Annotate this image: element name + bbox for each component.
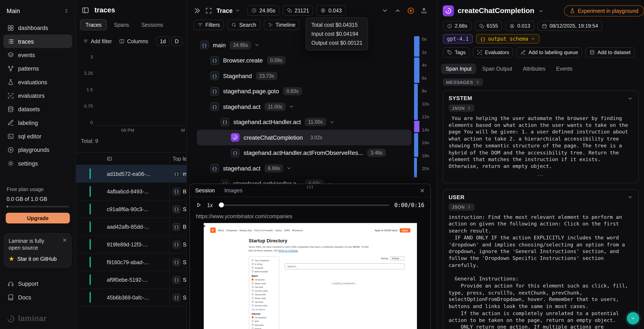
sidebar-item-docs[interactable]: Docs (3, 291, 72, 304)
yc-nav-link-companies[interactable]: Companies (226, 229, 237, 232)
action-button-evaluators[interactable]: Evaluators (473, 47, 513, 58)
toolbar-button-filters[interactable]: Filters (194, 20, 224, 30)
checkbox[interactable] (252, 286, 254, 288)
work-at-startup-link[interactable]: Work at a Startup. (278, 250, 298, 252)
share-icon[interactable] (421, 7, 427, 14)
tab-session[interactable]: Session (195, 188, 215, 194)
tab-events[interactable]: Events (552, 64, 577, 74)
yc-industry-option-education[interactable]: Education (252, 324, 276, 326)
slider-knob[interactable] (219, 202, 224, 208)
sidebar-item-labeling[interactable]: labeling (3, 116, 72, 129)
tab-attributes[interactable]: Attributes (518, 64, 550, 74)
yc-nav-link-resources[interactable]: Resources (292, 229, 303, 232)
panel-toggle-icon[interactable] (82, 7, 89, 14)
trace-row[interactable]: f9160c79-abad-... {} S (76, 254, 186, 271)
add-filter-button[interactable]: Add filter (80, 36, 115, 46)
upgrade-button[interactable]: Upgrade (6, 213, 70, 224)
span-row-main[interactable]: {} main 24.95s (197, 38, 412, 53)
yc-batch-option-fall-2025[interactable]: Fall 2025 (252, 286, 276, 288)
yc-batch-option-summer-2025[interactable]: Summer 2025 (252, 290, 276, 292)
sidebar-item-patterns[interactable]: patterns (3, 62, 72, 75)
play-icon[interactable] (196, 202, 202, 208)
chevron-down-icon[interactable] (538, 8, 544, 14)
toolbar-button-search[interactable]: Search (228, 20, 260, 30)
trace-row[interactable]: aad42afb-85dd-... {} B (76, 218, 186, 236)
trace-row[interactable]: 919fe89d-12f3-... {} S (76, 236, 186, 254)
scroll-to-bottom-button[interactable] (627, 312, 639, 324)
tab-span-output[interactable]: Span Output (478, 64, 517, 74)
chevron-down-icon[interactable] (627, 194, 633, 200)
date-range-button[interactable]: D (171, 36, 182, 46)
yc-filter-option-top-companies[interactable]: Top Companies (252, 259, 276, 262)
trace-row[interactable]: af9f0ebe-5192-... {} S (76, 271, 186, 289)
checkbox[interactable] (252, 316, 254, 318)
yc-batch-option-summer-2024[interactable]: Summer 2024 (252, 304, 276, 307)
checkbox[interactable] (252, 297, 254, 299)
checkbox[interactable] (252, 267, 254, 269)
sidebar-item-evaluations[interactable]: evaluations (3, 75, 72, 88)
yc-filter-option-nonprofit[interactable]: Nonprofit (252, 266, 276, 269)
format-select[interactable]: JSON (449, 203, 475, 211)
checkbox[interactable] (252, 304, 254, 306)
checkbox[interactable] (252, 259, 254, 261)
checkbox[interactable] (252, 320, 254, 322)
yc-nav-link-safe[interactable]: SAFE (284, 229, 290, 232)
checkbox[interactable] (252, 324, 254, 326)
expand-icon[interactable] (254, 42, 260, 48)
sidebar-item-events[interactable]: events (3, 48, 72, 62)
span-row-stagehand[interactable]: {} Stagehand 23.73s (197, 68, 412, 84)
sidebar-item-support[interactable]: Support (3, 277, 72, 291)
tab-traces[interactable]: Traces (80, 19, 107, 30)
yc-nav-link-library[interactable]: Library (275, 229, 282, 232)
checkbox[interactable] (252, 290, 254, 292)
section-header[interactable]: SYSTEM (443, 91, 638, 104)
sidebar-item-dashboards[interactable]: dashboards (3, 21, 72, 34)
checkbox[interactable] (252, 294, 254, 296)
span-row-stagehand-acthandler-act[interactable]: {} stagehand.actHandler.act 11.00s (197, 114, 412, 130)
checkbox[interactable] (252, 301, 254, 303)
action-button-add-to-dataset[interactable]: Add to dataset (586, 47, 635, 58)
seek-slider[interactable] (218, 204, 389, 206)
span-row-stagehand-acthandler-actfromobserveres[interactable]: {} stagehand.actHandler.actFromObserveRe… (197, 145, 412, 161)
sidebar-item-traces[interactable]: traces (3, 34, 72, 48)
play-session-icon[interactable] (407, 7, 415, 14)
span-row-stagehand-page-goto[interactable]: {} stagehand.page.goto 0.83s (197, 84, 412, 99)
apply-button[interactable]: Apply (400, 228, 410, 232)
messages-select[interactable]: MESSAGES (443, 78, 483, 86)
workspace-switcher[interactable]: Main (3, 5, 72, 21)
trace-row[interactable]: 45b6b369-0afc-... {} S (76, 289, 186, 306)
checkbox[interactable] (252, 278, 254, 280)
playback-speed[interactable]: 1x (207, 202, 213, 208)
yc-batch-option-winter-2026[interactable]: Winter 2026 (252, 282, 276, 284)
column-header-top-level[interactable]: Top lev (169, 153, 186, 165)
expand-icon[interactable] (289, 104, 294, 109)
tab-sessions[interactable]: Sessions (136, 19, 168, 30)
yc-batch-option-fall-2024[interactable]: Fall 2024 (252, 300, 276, 303)
trace-row[interactable]: c91a8f6a-90c3-... {} S (76, 200, 186, 218)
model-badge[interactable]: gpt-4.1 (443, 34, 473, 44)
trace-minimap[interactable]: 0s2s4s6s8s10s12s14s16s18s20s (414, 36, 434, 179)
chevron-down-icon[interactable] (382, 7, 388, 14)
yc-industry-option-fintech[interactable]: Fintech (252, 327, 276, 329)
yc-nav-link-startup-jobs[interactable]: Startup Jobs (240, 229, 252, 232)
yc-batch-option-winter-2025[interactable]: Winter 2025 (252, 297, 276, 299)
column-header-id[interactable]: ID (76, 156, 169, 162)
expand-icon[interactable] (286, 166, 292, 171)
yc-search-input[interactable] (284, 263, 404, 269)
span-row-createchatcompletion[interactable]: createChatCompletion 3.02s (197, 130, 412, 145)
sidebar-item-datasets[interactable]: datasets (3, 102, 72, 116)
yc-industry-option-b2b[interactable]: B2B (252, 320, 276, 322)
yc-batch-option-all-batches[interactable]: All batches (252, 278, 276, 281)
columns-button[interactable]: Columns (116, 36, 151, 46)
yc-logo[interactable]: Y (210, 228, 216, 233)
toolbar-button-timeline[interactable]: Timeline (264, 20, 300, 30)
collapse-panel-icon[interactable] (194, 7, 201, 14)
trace-row[interactable]: ad1bd572-ea06-... {} m (76, 165, 186, 183)
span-row-stagehand-act[interactable]: {} stagehand.act 11.00s (197, 99, 412, 114)
fullscreen-icon[interactable] (206, 7, 212, 14)
tab-images[interactable]: Images (224, 188, 242, 194)
github-star-link[interactable]: Star it on GitHub (8, 256, 67, 262)
tab-span-input[interactable]: Span Input (441, 64, 476, 74)
yc-nav-link-about[interactable]: About (218, 229, 224, 232)
chevron-up-icon[interactable] (394, 7, 401, 14)
